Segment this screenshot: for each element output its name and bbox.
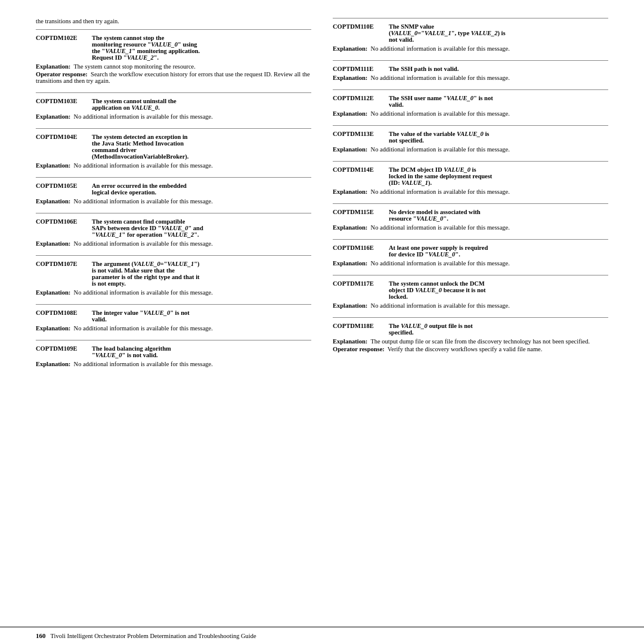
entry-coptdm105e: COPTDM105E An error occurred in the embe… — [36, 177, 311, 212]
entry-msg-111e: The SSH path is not valid. — [389, 66, 608, 72]
entry-msg-113e: The value of the variable VALUE_0 is not… — [389, 131, 608, 144]
entry-msg-109e: The load balancing algorithm "VALUE_0" i… — [92, 345, 311, 358]
entry-title-108e: COPTDM108E The integer value "VALUE_0" i… — [36, 309, 311, 323]
entry-code-104e: COPTDM104E — [36, 134, 89, 140]
explanation-106e: Explanation: No additional information i… — [36, 240, 311, 247]
explanation-107e: Explanation: No additional information i… — [36, 289, 311, 296]
entry-code-118e: COPTDM118E — [333, 323, 386, 329]
entry-coptdm115e: COPTDM115E No device model is associated… — [333, 203, 608, 238]
entry-coptdm116e: COPTDM116E At least one power supply is … — [333, 239, 608, 274]
entry-code-112e: COPTDM112E — [333, 95, 386, 101]
entry-msg-102e: The system cannot stop the monitoring re… — [92, 35, 311, 61]
entry-msg-118e: The VALUE_0 output file is not specified… — [389, 323, 608, 336]
entry-coptdm106e: COPTDM106E The system cannot find compat… — [36, 213, 311, 254]
entry-coptdm102e: COPTDM102E The system cannot stop the mo… — [36, 29, 311, 91]
entry-msg-110e: The SNMP value (VALUE_0="VALUE_1", type … — [389, 23, 608, 43]
entry-code-117e: COPTDM117E — [333, 280, 386, 287]
entry-title-103e: COPTDM103E The system cannot uninstall t… — [36, 98, 311, 111]
footer-title: Tivoli Intelligent Orchestrator Problem … — [51, 633, 256, 639]
entry-code-105e: COPTDM105E — [36, 182, 89, 189]
entry-coptdm108e: COPTDM108E The integer value "VALUE_0" i… — [36, 304, 311, 339]
entry-title-102e: COPTDM102E The system cannot stop the mo… — [36, 35, 311, 61]
explanation-105e: Explanation: No additional information i… — [36, 198, 311, 205]
entry-code-109e: COPTDM109E — [36, 345, 89, 352]
entry-title-115e: COPTDM115E No device model is associated… — [333, 209, 608, 222]
entry-msg-117e: The system cannot unlock the DCM object … — [389, 280, 608, 300]
entry-title-118e: COPTDM118E The VALUE_0 output file is no… — [333, 323, 608, 336]
explanation-102e: Explanation: The system cannot stop moni… — [36, 63, 311, 70]
entry-msg-103e: The system cannot uninstall the applicat… — [92, 98, 311, 111]
entry-msg-107e: The argument (VALUE_0="VALUE_1") is not … — [92, 261, 311, 287]
entry-title-107e: COPTDM107E The argument (VALUE_0="VALUE_… — [36, 261, 311, 287]
footer: 160 Tivoli Intelligent Orchestrator Prob… — [0, 627, 644, 644]
entry-msg-105e: An error occurred in the embedded logica… — [92, 182, 311, 196]
operator-102e: Operator response: Search the workflow e… — [36, 71, 311, 84]
entry-code-103e: COPTDM103E — [36, 98, 89, 104]
entry-title-109e: COPTDM109E The load balancing algorithm … — [36, 345, 311, 358]
entry-title-106e: COPTDM106E The system cannot find compat… — [36, 218, 311, 238]
entry-code-108e: COPTDM108E — [36, 309, 89, 316]
entry-title-117e: COPTDM117E The system cannot unlock the … — [333, 280, 608, 300]
entry-title-112e: COPTDM112E The SSH user name "VALUE_0" i… — [333, 95, 608, 108]
entry-title-113e: COPTDM113E The value of the variable VAL… — [333, 131, 608, 144]
entry-coptdm111e: COPTDM111E The SSH path is not valid. Ex… — [333, 60, 608, 88]
entry-code-106e: COPTDM106E — [36, 218, 89, 225]
explanation-112e: Explanation: No additional information i… — [333, 110, 608, 117]
entry-msg-116e: At least one power supply is required fo… — [389, 244, 608, 258]
entry-code-116e: COPTDM116E — [333, 244, 386, 251]
entry-code-102e: COPTDM102E — [36, 35, 89, 41]
entry-coptdm113e: COPTDM113E The value of the variable VAL… — [333, 125, 608, 160]
entry-msg-108e: The integer value "VALUE_0" is not valid… — [92, 309, 311, 323]
entry-coptdm117e: COPTDM117E The system cannot unlock the … — [333, 275, 608, 316]
explanation-116e: Explanation: No additional information i… — [333, 260, 608, 267]
entry-msg-114e: The DCM object ID VALUE_0 is locked in t… — [389, 166, 608, 186]
entry-title-114e: COPTDM114E The DCM object ID VALUE_0 is … — [333, 166, 608, 186]
entry-msg-115e: No device model is associated with resou… — [389, 209, 608, 222]
entry-code-114e: COPTDM114E — [333, 166, 386, 173]
explanation-108e: Explanation: No additional information i… — [36, 325, 311, 332]
left-column: the transitions and then try again. COPT… — [36, 18, 311, 609]
entry-title-110e: COPTDM110E The SNMP value (VALUE_0="VALU… — [333, 23, 608, 43]
explanation-110e: Explanation: No additional information i… — [333, 45, 608, 52]
entry-code-107e: COPTDM107E — [36, 261, 89, 267]
entry-title-104e: COPTDM104E The system detected an except… — [36, 134, 311, 160]
entry-code-115e: COPTDM115E — [333, 209, 386, 215]
entry-code-110e: COPTDM110E — [333, 23, 386, 30]
entry-coptdm107e: COPTDM107E The argument (VALUE_0="VALUE_… — [36, 255, 311, 303]
entry-coptdm112e: COPTDM112E The SSH user name "VALUE_0" i… — [333, 89, 608, 124]
content-area: the transitions and then try again. COPT… — [0, 0, 644, 627]
entry-msg-104e: The system detected an exception in the … — [92, 134, 311, 160]
explanation-109e: Explanation: No additional information i… — [36, 361, 311, 367]
entry-coptdm103e: COPTDM103E The system cannot uninstall t… — [36, 92, 311, 127]
operator-118e: Operator response: Verify that the disco… — [333, 346, 608, 352]
entry-code-111e: COPTDM111E — [333, 66, 386, 72]
explanation-118e: Explanation: The output dump file or sca… — [333, 338, 608, 345]
entry-coptdm104e: COPTDM104E The system detected an except… — [36, 128, 311, 176]
explanation-117e: Explanation: No additional information i… — [333, 302, 608, 309]
entry-title-111e: COPTDM111E The SSH path is not valid. — [333, 66, 608, 72]
entry-coptdm109e: COPTDM109E The load balancing algorithm … — [36, 340, 311, 374]
intro-text: the transitions and then try again. — [36, 18, 311, 24]
explanation-111e: Explanation: No additional information i… — [333, 75, 608, 81]
entry-msg-106e: The system cannot find compatible SAPs b… — [92, 218, 311, 238]
footer-page-number: 160 — [36, 632, 46, 639]
entry-coptdm114e: COPTDM114E The DCM object ID VALUE_0 is … — [333, 161, 608, 202]
right-column: COPTDM110E The SNMP value (VALUE_0="VALU… — [333, 18, 608, 609]
explanation-113e: Explanation: No additional information i… — [333, 146, 608, 153]
explanation-115e: Explanation: No additional information i… — [333, 224, 608, 231]
page: the transitions and then try again. COPT… — [0, 0, 644, 644]
entry-coptdm118e: COPTDM118E The VALUE_0 output file is no… — [333, 317, 608, 360]
explanation-103e: Explanation: No additional information i… — [36, 113, 311, 120]
entry-code-113e: COPTDM113E — [333, 131, 386, 137]
entry-msg-112e: The SSH user name "VALUE_0" is not valid… — [389, 95, 608, 108]
explanation-104e: Explanation: No additional information i… — [36, 162, 311, 169]
entry-coptdm110e: COPTDM110E The SNMP value (VALUE_0="VALU… — [333, 18, 608, 59]
entry-title-116e: COPTDM116E At least one power supply is … — [333, 244, 608, 258]
entry-title-105e: COPTDM105E An error occurred in the embe… — [36, 182, 311, 196]
explanation-114e: Explanation: No additional information i… — [333, 188, 608, 195]
